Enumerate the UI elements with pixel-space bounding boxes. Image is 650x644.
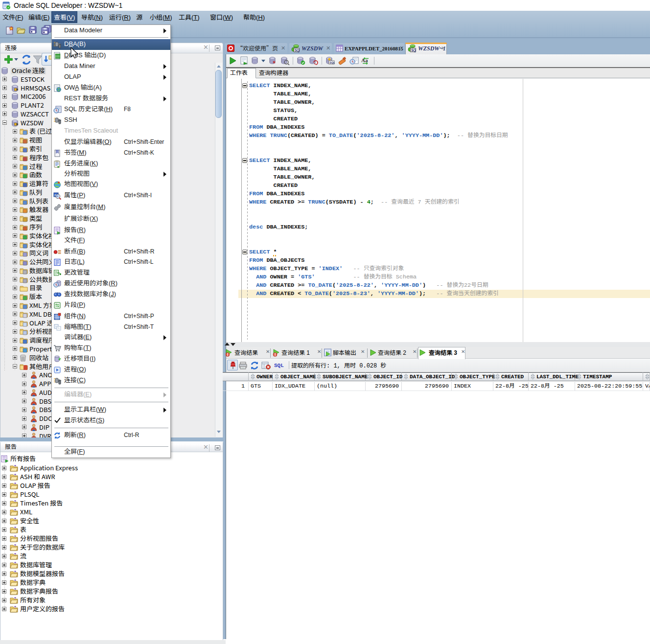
- svg-text:SQL: SQL: [295, 48, 300, 52]
- svg-text:SQL: SQL: [411, 48, 416, 52]
- svg-text:Aa: Aa: [361, 57, 368, 63]
- svg-text:SQL: SQL: [330, 61, 335, 64]
